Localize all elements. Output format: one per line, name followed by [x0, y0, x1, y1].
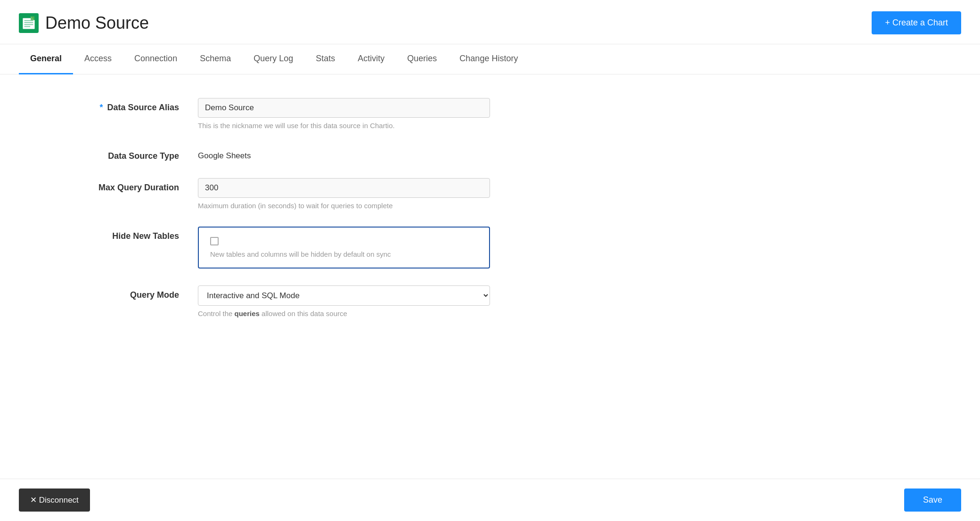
tab-queries[interactable]: Queries [396, 44, 448, 74]
data-source-alias-row: * Data Source Alias This is the nickname… [75, 98, 547, 130]
query-mode-select[interactable]: Interactive and SQL Mode Interactive Mod… [198, 285, 490, 306]
svg-rect-2 [24, 20, 33, 21]
data-source-alias-input[interactable] [198, 98, 490, 118]
tabs-nav: General Access Connection Schema Query L… [0, 44, 980, 74]
hide-new-tables-checkbox-row [210, 237, 478, 245]
svg-rect-4 [24, 24, 33, 25]
data-source-type-label: Data Source Type [75, 147, 179, 161]
max-query-duration-input[interactable] [198, 178, 490, 198]
hide-new-tables-row: Hide New Tables New tables and columns w… [75, 227, 547, 269]
svg-rect-5 [24, 26, 31, 27]
max-query-duration-label: Max Query Duration [75, 178, 179, 193]
tab-general[interactable]: General [19, 44, 73, 74]
max-query-duration-field: Maximum duration (in seconds) to wait fo… [198, 178, 490, 210]
tab-stats[interactable]: Stats [304, 44, 346, 74]
data-source-alias-field: This is the nickname we will use for thi… [198, 98, 490, 130]
data-source-alias-label: * Data Source Alias [75, 98, 179, 113]
max-query-duration-row: Max Query Duration Maximum duration (in … [75, 178, 547, 210]
query-mode-field: Interactive and SQL Mode Interactive Mod… [198, 285, 490, 317]
hide-new-tables-checkbox[interactable] [210, 237, 219, 245]
header: Demo Source + Create a Chart [0, 0, 980, 44]
data-source-type-value: Google Sheets [198, 147, 251, 161]
create-chart-button[interactable]: + Create a Chart [872, 11, 961, 34]
tab-query-log[interactable]: Query Log [242, 44, 304, 74]
hide-new-tables-label: Hide New Tables [75, 227, 179, 241]
main-content: * Data Source Alias This is the nickname… [0, 74, 565, 365]
max-query-duration-hint: Maximum duration (in seconds) to wait fo… [198, 202, 490, 210]
header-left: Demo Source [19, 13, 149, 33]
tab-schema[interactable]: Schema [188, 44, 242, 74]
query-mode-label: Query Mode [75, 285, 179, 300]
hide-new-tables-box: New tables and columns will be hidden by… [198, 227, 490, 269]
query-mode-hint: Control the queries allowed on this data… [198, 309, 490, 317]
hide-new-tables-hint: New tables and columns will be hidden by… [210, 250, 478, 258]
data-source-type-row: Data Source Type Google Sheets [75, 147, 547, 161]
tab-change-history[interactable]: Change History [448, 44, 529, 74]
required-marker: * [100, 103, 103, 112]
data-source-alias-hint: This is the nickname we will use for thi… [198, 122, 490, 130]
form-section: * Data Source Alias This is the nickname… [75, 98, 547, 317]
google-sheets-icon [19, 13, 39, 33]
tab-activity[interactable]: Activity [346, 44, 396, 74]
tab-connection[interactable]: Connection [123, 44, 188, 74]
page-title: Demo Source [45, 13, 149, 33]
svg-rect-3 [24, 22, 33, 23]
query-mode-row: Query Mode Interactive and SQL Mode Inte… [75, 285, 547, 317]
tab-access[interactable]: Access [73, 44, 123, 74]
